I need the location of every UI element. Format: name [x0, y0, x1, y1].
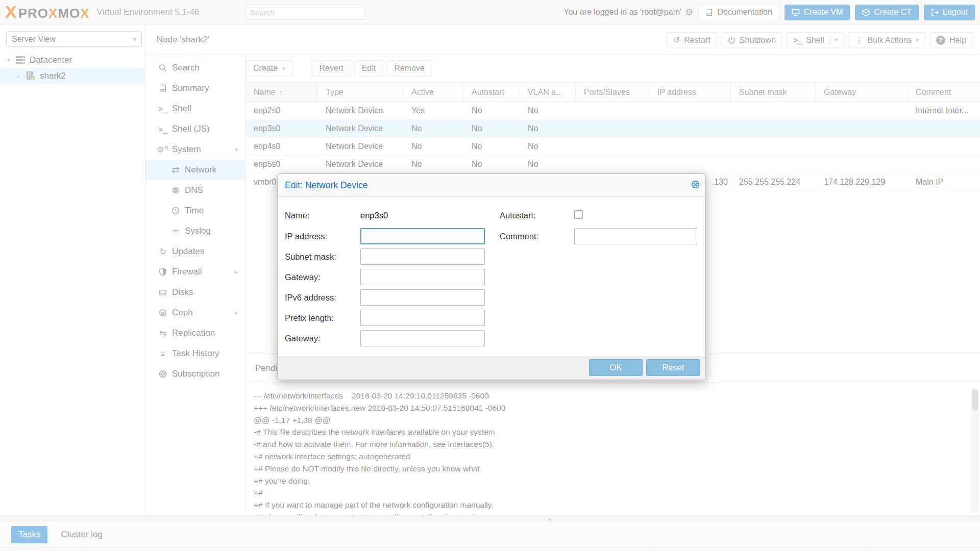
dialog-body: Name: enp3s0 Autostart: IP address: Comm… — [278, 197, 705, 358]
ipv6-address-input[interactable] — [360, 289, 485, 306]
proxmox-screen: X PROXMOX Virtual Environment 5.1-46 You… — [0, 0, 980, 551]
gateway-label: Gateway: — [285, 272, 321, 282]
comment-label: Comment: — [500, 232, 538, 241]
dialog-title-bar[interactable]: Edit: Network Device — [278, 174, 705, 197]
ip-address-input[interactable] — [360, 228, 485, 244]
name-value: enp3s0 — [360, 211, 388, 220]
comment-input[interactable] — [574, 228, 698, 244]
reset-button[interactable]: Reset — [646, 359, 700, 376]
subnet-mask-label: Subnet mask: — [285, 252, 336, 262]
edit-network-device-dialog: Edit: Network Device ⊗ Name: enp3s0 Auto… — [277, 173, 706, 380]
autostart-checkbox[interactable] — [574, 210, 583, 219]
ip-address-label: IP address: — [285, 232, 327, 241]
close-icon[interactable]: ⊗ — [691, 179, 700, 190]
name-label: Name: — [285, 211, 310, 220]
ipv6-gateway-input[interactable] — [360, 330, 485, 346]
dialog-title: Edit: Network Device — [285, 180, 368, 191]
gateway-input[interactable] — [360, 269, 485, 285]
autostart-label: Autostart: — [500, 211, 536, 220]
ipv6-address-label: IPv6 address: — [285, 293, 336, 303]
prefix-length-input[interactable] — [360, 310, 485, 326]
ipv6-gateway-label: Gateway: — [285, 334, 321, 343]
dialog-footer: OK Reset — [278, 357, 705, 380]
ok-button[interactable]: OK — [589, 359, 643, 376]
subnet-mask-input[interactable] — [360, 248, 485, 265]
prefix-length-label: Prefix length: — [285, 313, 334, 323]
